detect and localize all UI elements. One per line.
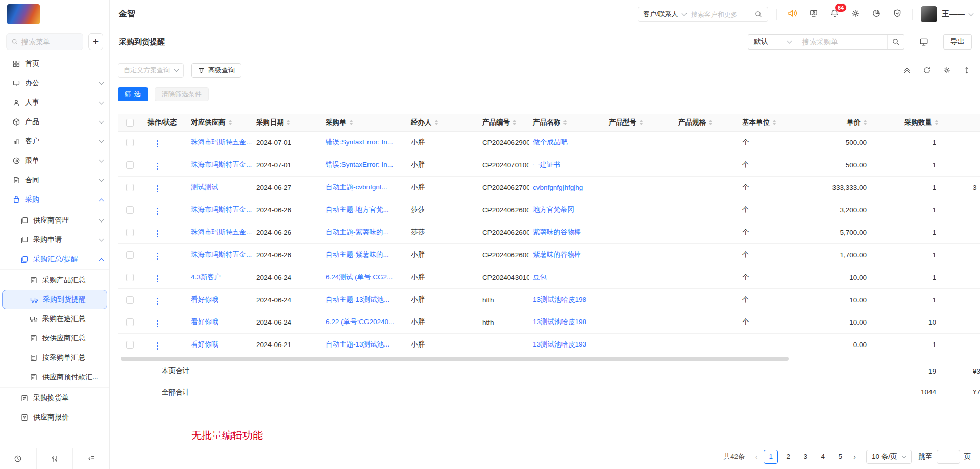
sort-icon[interactable] bbox=[350, 120, 353, 125]
cell-product[interactable]: cvbnfgnfgjhfgjhg bbox=[529, 176, 605, 199]
column-header-qty[interactable]: 采购数量 bbox=[871, 114, 942, 131]
select-all-checkbox[interactable] bbox=[126, 119, 134, 127]
settings-gear-icon[interactable] bbox=[851, 9, 860, 19]
advanced-query-button[interactable]: 高级查询 bbox=[191, 63, 241, 78]
row-checkbox[interactable] bbox=[126, 274, 134, 281]
cell-order[interactable]: 6.22 (单号:CG20240... bbox=[322, 311, 407, 333]
export-button[interactable]: 导出 bbox=[943, 34, 972, 50]
cell-supplier[interactable]: 珠海市玛斯特五金... bbox=[187, 154, 252, 176]
cell-order[interactable]: 错误:SyntaxError: In... bbox=[322, 131, 407, 154]
sidebar-item[interactable]: 供应商管理 bbox=[0, 211, 109, 230]
cell-order[interactable]: 自动主题-紫薯味的... bbox=[322, 243, 407, 266]
column-header-price[interactable]: 单价 bbox=[797, 114, 871, 131]
sidebar-item[interactable]: 采购换货单 bbox=[0, 388, 109, 408]
column-header-code[interactable]: 产品编号 bbox=[478, 114, 529, 131]
cell-supplier[interactable]: 珠海市玛斯特五金... bbox=[187, 243, 252, 266]
sort-icon[interactable] bbox=[287, 120, 290, 125]
column-header-model[interactable]: 产品型号 bbox=[605, 114, 674, 131]
sidebar-item[interactable]: 采购到货提醒 bbox=[2, 290, 107, 309]
sidebar-item[interactable]: 产品 bbox=[0, 112, 109, 132]
cell-supplier[interactable]: 珠海市玛斯特五金... bbox=[187, 131, 252, 154]
page-size-select[interactable]: 10 条/页 bbox=[866, 450, 912, 464]
sidebar-item[interactable]: 跟单 bbox=[0, 151, 109, 170]
sort-icon[interactable] bbox=[564, 120, 567, 125]
collapse-up-icon[interactable] bbox=[903, 66, 911, 75]
row-actions-icon[interactable] bbox=[155, 229, 160, 239]
refresh-icon[interactable] bbox=[923, 66, 931, 75]
cell-product[interactable]: 一建证书 bbox=[529, 154, 605, 176]
row-actions-icon[interactable] bbox=[155, 251, 160, 261]
sidebar-item[interactable]: 客户 bbox=[0, 132, 109, 151]
row-checkbox[interactable] bbox=[126, 161, 134, 169]
column-header-handler[interactable]: 经办人 bbox=[407, 114, 478, 131]
row-actions-icon[interactable] bbox=[155, 341, 160, 351]
view-selector[interactable]: 默认 bbox=[748, 35, 797, 49]
cell-product[interactable]: 做个成品吧 bbox=[529, 131, 605, 154]
column-header-date[interactable]: 采购日期 bbox=[252, 114, 322, 131]
column-header-order[interactable]: 采购单 bbox=[322, 114, 407, 131]
cell-product[interactable]: 13测试池哈皮198 bbox=[529, 288, 605, 311]
cell-supplier[interactable]: 4.3新客户 bbox=[187, 266, 252, 288]
sidebar-item[interactable]: 按采购单汇总 bbox=[0, 348, 109, 367]
cell-product[interactable]: 13测试池哈皮198 bbox=[529, 311, 605, 333]
sidebar-item[interactable]: 按供应商汇总 bbox=[0, 329, 109, 348]
sidebar-item[interactable]: 办公 bbox=[0, 73, 109, 93]
sidebar-item[interactable]: 采购 bbox=[0, 190, 109, 209]
cell-order[interactable]: 自动主题-地方官梵... bbox=[322, 199, 407, 221]
cell-supplier[interactable]: 测试测试 bbox=[187, 176, 252, 199]
prev-page-icon[interactable]: ‹ bbox=[752, 453, 761, 461]
cell-order[interactable]: 自动主题-13测试池... bbox=[322, 288, 407, 311]
security-shield-icon[interactable] bbox=[893, 9, 902, 19]
cell-supplier[interactable]: 看好你哦 bbox=[187, 311, 252, 333]
row-checkbox[interactable] bbox=[126, 139, 134, 146]
page-number-1[interactable]: 1 bbox=[764, 450, 778, 464]
filter-button[interactable]: 筛 选 bbox=[118, 87, 148, 101]
row-checkbox[interactable] bbox=[126, 206, 134, 214]
page-number-4[interactable]: 4 bbox=[816, 450, 830, 464]
sort-icon[interactable] bbox=[229, 120, 232, 125]
global-search-input[interactable] bbox=[691, 11, 749, 18]
horizontal-scrollbar[interactable] bbox=[121, 357, 789, 361]
sort-icon[interactable] bbox=[640, 120, 643, 125]
search-button[interactable] bbox=[887, 35, 904, 49]
column-header-unit[interactable]: 基本单位 bbox=[738, 114, 797, 131]
sidebar-item[interactable]: 采购在途汇总 bbox=[0, 309, 109, 329]
cell-supplier[interactable]: 珠海市玛斯特五金... bbox=[187, 221, 252, 243]
logo-image[interactable] bbox=[7, 4, 40, 24]
cell-product[interactable]: 紫薯味的谷物棒 bbox=[529, 243, 605, 266]
search-category-select[interactable]: 客户/联系人 bbox=[638, 7, 691, 21]
row-checkbox[interactable] bbox=[126, 251, 134, 259]
user-menu[interactable]: 王—— bbox=[921, 6, 973, 22]
display-monitor-icon[interactable] bbox=[919, 37, 928, 46]
row-checkbox[interactable] bbox=[126, 318, 134, 326]
row-actions-icon[interactable] bbox=[155, 206, 160, 216]
sort-icon[interactable] bbox=[435, 120, 438, 125]
add-menu-button[interactable]: + bbox=[88, 33, 103, 50]
sidebar-item[interactable]: 采购汇总/提醒 bbox=[0, 250, 109, 269]
history-icon[interactable] bbox=[0, 448, 36, 469]
sidebar-item[interactable]: 供应商预付款汇... bbox=[0, 367, 109, 387]
chart-pie-icon[interactable] bbox=[872, 9, 881, 19]
clear-filter-button[interactable]: 清除筛选条件 bbox=[155, 87, 209, 101]
row-checkbox[interactable] bbox=[126, 229, 134, 236]
cell-order[interactable]: 错误:SyntaxError: In... bbox=[322, 154, 407, 176]
row-actions-icon[interactable] bbox=[155, 161, 160, 171]
sort-icon[interactable] bbox=[773, 120, 776, 125]
row-checkbox[interactable] bbox=[126, 296, 134, 304]
row-actions-icon[interactable] bbox=[155, 296, 160, 306]
collapse-sidebar-icon[interactable] bbox=[72, 448, 109, 469]
next-page-icon[interactable]: › bbox=[850, 453, 859, 461]
jump-to-input[interactable] bbox=[937, 450, 960, 464]
cell-order[interactable]: 自动主题-紫薯味的... bbox=[322, 221, 407, 243]
sort-icon[interactable] bbox=[864, 120, 867, 125]
page-number-3[interactable]: 3 bbox=[798, 450, 813, 464]
search-icon[interactable] bbox=[749, 10, 768, 18]
column-header-product[interactable]: 产品名称 bbox=[529, 114, 605, 131]
row-checkbox[interactable] bbox=[126, 341, 134, 349]
sidebar-item[interactable]: 人事 bbox=[0, 93, 109, 112]
column-header-spec[interactable]: 产品规格 bbox=[674, 114, 738, 131]
cell-product[interactable]: 地方官梵蒂冈 bbox=[529, 199, 605, 221]
row-height-icon[interactable] bbox=[963, 66, 971, 75]
order-search-input[interactable] bbox=[802, 38, 882, 46]
cell-order[interactable]: 6.24测试 (单号:CG2... bbox=[322, 266, 407, 288]
